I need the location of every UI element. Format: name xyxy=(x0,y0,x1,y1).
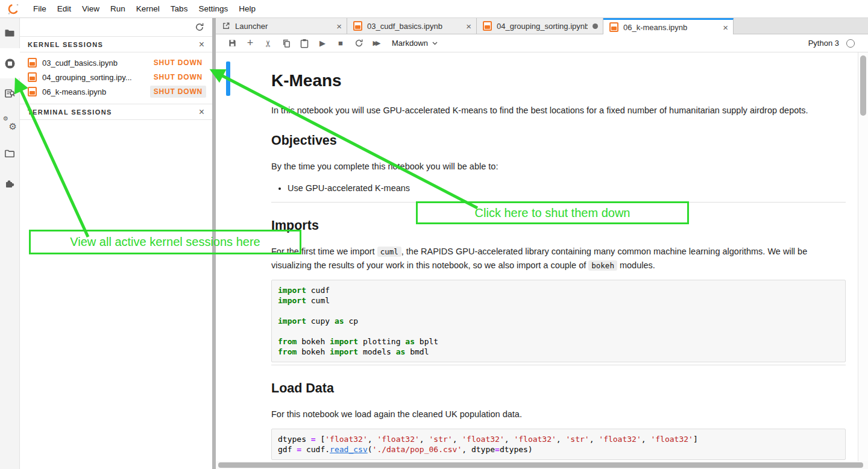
notebook-icon xyxy=(609,22,618,32)
kernel-session-list: 03_cudf_basics.ipynb SHUT DOWN 04_groupi… xyxy=(20,52,212,104)
kernel-status-icon[interactable] xyxy=(846,39,855,48)
tab-label: 03_cudf_basics.ipynb xyxy=(367,22,461,31)
cut-cell-button[interactable]: ✂ xyxy=(259,36,277,51)
cell-type-value: Markdown xyxy=(392,39,428,48)
kernel-session-row[interactable]: 03_cudf_basics.ipynb SHUT DOWN xyxy=(20,55,212,70)
kernel-sessions-header: KERNEL SESSIONS × xyxy=(20,36,212,52)
inline-code-cuml: cuml xyxy=(377,247,401,257)
stop-kernel-button[interactable]: ■ xyxy=(332,36,350,51)
terminal-sessions-header: TERMINAL SESSIONS × xyxy=(20,104,212,120)
code-cell-load-data[interactable]: [ ]: dtypes = ['float32', 'float32', 'st… xyxy=(271,429,846,460)
close-tab-icon[interactable]: × xyxy=(466,22,471,31)
tab-03-cudf-basics[interactable]: 03_cudf_basics.ipynb × xyxy=(347,18,477,34)
load-data-lead: For this notebook we load again the clea… xyxy=(271,408,846,421)
notebook-toolbar: + ✂ ▶ ■ ▶▶ xyxy=(216,34,868,52)
close-kernel-sessions-icon[interactable]: × xyxy=(199,40,204,49)
cut-icon: ✂ xyxy=(263,39,274,47)
notebook-icon xyxy=(28,58,37,68)
stop-icon: ■ xyxy=(338,39,343,48)
run-icon: ▶ xyxy=(319,39,326,48)
jupyter-logo-icon xyxy=(7,3,19,15)
session-name: 03_cudf_basics.ipynb xyxy=(42,58,118,68)
shutdown-button[interactable]: SHUT DOWN xyxy=(150,71,206,83)
tab-04-grouping-sorting[interactable]: 04_grouping_sorting.ipynb xyxy=(477,18,603,34)
paste-icon xyxy=(300,39,309,48)
copy-icon xyxy=(282,39,291,48)
menu-settings[interactable]: Settings xyxy=(193,4,233,13)
restart-icon xyxy=(354,39,363,48)
kernel-session-row[interactable]: 04_grouping_sorting.ipy... SHUT DOWN xyxy=(20,70,212,84)
vertical-scrollbar-thumb[interactable] xyxy=(860,55,866,116)
activity-bar: ⚙⚙ xyxy=(0,18,20,469)
notebook-icon xyxy=(353,21,362,31)
shutdown-button[interactable]: SHUT DOWN xyxy=(150,86,206,98)
menu-file[interactable]: File xyxy=(28,4,52,13)
tab-label: 06_k-means.ipynb xyxy=(623,23,718,32)
notebook-icon xyxy=(28,72,37,82)
terminal-sessions-title: TERMINAL SESSIONS xyxy=(28,109,112,116)
close-tab-icon[interactable]: × xyxy=(723,23,728,32)
refresh-icon[interactable] xyxy=(195,22,204,32)
active-cell-indicator[interactable] xyxy=(226,61,230,96)
copy-cell-button[interactable] xyxy=(277,36,295,51)
notebook-icon xyxy=(28,87,37,96)
folder-icon xyxy=(4,28,15,38)
menu-tabs[interactable]: Tabs xyxy=(165,4,193,13)
imports-heading: Imports xyxy=(271,218,846,233)
tab-06-k-means[interactable]: 06_k-means.ipynb × xyxy=(603,18,734,34)
menu-kernel[interactable]: Kernel xyxy=(131,4,165,13)
tab-launcher[interactable]: Launcher × xyxy=(216,18,347,34)
close-terminal-sessions-icon[interactable]: × xyxy=(199,107,204,117)
sidebar-item-command-palette[interactable] xyxy=(0,78,20,109)
kernel-session-row[interactable]: 06_k-means.ipynb SHUT DOWN xyxy=(20,84,212,99)
sidebar-item-file-browser[interactable] xyxy=(0,18,20,48)
menu-run[interactable]: Run xyxy=(105,4,131,13)
command-palette-icon xyxy=(4,88,16,99)
notebook-content: K-Means In this notebook you will use GP… xyxy=(216,52,868,469)
launcher-icon xyxy=(222,22,230,30)
restart-kernel-button[interactable] xyxy=(350,36,368,51)
horizontal-scrollbar-thumb[interactable] xyxy=(218,462,863,468)
vertical-scrollbar[interactable] xyxy=(858,52,868,461)
run-cell-button[interactable]: ▶ xyxy=(313,36,332,51)
shutdown-button[interactable]: SHUT DOWN xyxy=(150,57,206,69)
tab-label: Launcher xyxy=(235,22,332,31)
menu-view[interactable]: View xyxy=(77,4,105,13)
kernel-sessions-title: KERNEL SESSIONS xyxy=(28,41,103,48)
save-icon xyxy=(228,39,237,48)
sidebar-item-tools[interactable]: ⚙⚙ xyxy=(0,109,20,139)
objectives-lead: By the time you complete this notebook y… xyxy=(271,160,846,174)
session-name: 06_k-means.ipynb xyxy=(42,87,106,96)
notebook-icon xyxy=(483,21,492,31)
inline-code-bokeh: bokeh xyxy=(588,260,617,271)
kernel-name[interactable]: Python 3 xyxy=(808,39,839,48)
cell-type-dropdown[interactable]: Markdown xyxy=(392,39,438,48)
menu-bar: File Edit View Run Kernel Tabs Settings … xyxy=(0,0,868,18)
section-divider xyxy=(271,202,846,203)
section-divider xyxy=(271,365,846,365)
save-button[interactable] xyxy=(223,36,241,51)
add-cell-button[interactable]: + xyxy=(241,36,259,51)
notebook-title: K-Means xyxy=(271,71,846,90)
unsaved-changes-dot xyxy=(593,24,598,29)
menu-help[interactable]: Help xyxy=(233,4,261,13)
session-name: 04_grouping_sorting.ipy... xyxy=(42,73,132,82)
objectives-heading: Objectives xyxy=(271,133,846,148)
sidebar-item-running-sessions[interactable] xyxy=(0,48,20,78)
sidebar-item-extensions[interactable] xyxy=(0,169,20,199)
sidebar-item-open-tabs[interactable] xyxy=(0,139,20,169)
puzzle-icon xyxy=(4,178,15,189)
fast-forward-icon: ▶▶ xyxy=(373,39,381,47)
panel-toolbar xyxy=(20,18,212,36)
paste-cell-button[interactable] xyxy=(295,36,313,51)
folder-outline-icon xyxy=(4,149,15,159)
tab-bar: Launcher × 03_cudf_basics.ipynb × 04_gro… xyxy=(216,18,868,34)
close-tab-icon[interactable]: × xyxy=(336,22,342,31)
horizontal-scrollbar[interactable] xyxy=(216,461,868,469)
imports-paragraph: For the first time we import cuml, the R… xyxy=(271,245,846,272)
restart-run-all-button[interactable]: ▶▶ xyxy=(368,36,386,51)
menu-edit[interactable]: Edit xyxy=(52,4,77,13)
objective-item: Use GPU-accelerated K-means xyxy=(288,182,846,195)
code-cell-imports[interactable]: [ ]: import cudfimport cuml import cupy … xyxy=(271,280,846,362)
chevron-down-icon xyxy=(432,42,438,45)
